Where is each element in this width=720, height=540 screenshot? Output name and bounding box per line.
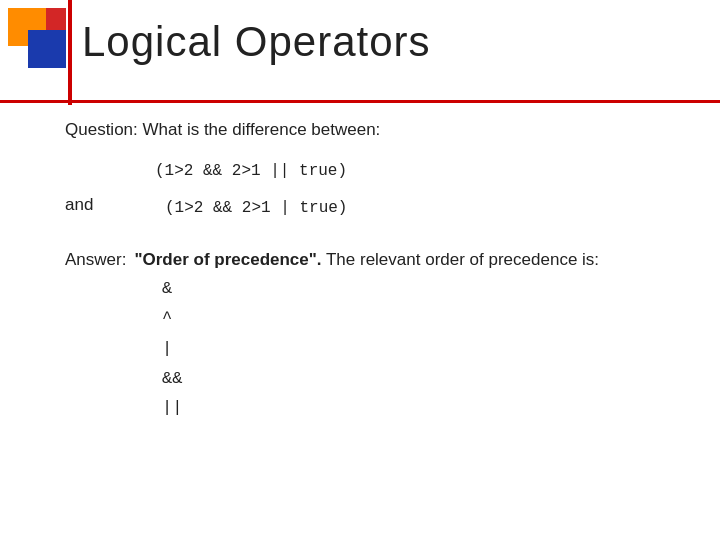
answer-bold: "Order of precedence".: [134, 250, 321, 269]
vertical-line: [68, 0, 72, 105]
accent-blue: [28, 30, 66, 68]
answer-regular: The relevant order of precedence is:: [322, 250, 600, 269]
code-line-1: (1>2 && 2>1 || true): [155, 158, 347, 185]
slide-title: Logical Operators: [82, 18, 431, 66]
and-row: and (1>2 && 2>1 | true): [65, 195, 690, 222]
answer-row: Answer: "Order of precedence". The relev…: [65, 250, 690, 270]
answer-section: Answer: "Order of precedence". The relev…: [65, 250, 690, 423]
question-label: Question:: [65, 120, 138, 139]
precedence-item-1: &: [162, 274, 690, 304]
content-area: Question: What is the difference between…: [65, 120, 690, 423]
question-intro: Question: What is the difference between…: [65, 120, 690, 140]
precedence-item-4: &&: [162, 364, 690, 394]
answer-label: Answer:: [65, 250, 126, 270]
answer-content: "Order of precedence". The relevant orde…: [134, 250, 599, 270]
slide: Logical Operators Question: What is the …: [0, 0, 720, 540]
and-label: and: [65, 195, 125, 215]
precedence-item-2: ^: [162, 304, 690, 334]
question-grid: (1>2 && 2>1 || true): [65, 158, 690, 185]
precedence-list: & ^ | && ||: [162, 274, 690, 423]
code-line-2: (1>2 && 2>1 | true): [165, 195, 347, 222]
precedence-item-3: |: [162, 334, 690, 364]
question-text: What is the difference between:: [143, 120, 381, 139]
precedence-item-5: ||: [162, 393, 690, 423]
header-accent: [0, 0, 70, 80]
horizontal-line: [0, 100, 720, 103]
